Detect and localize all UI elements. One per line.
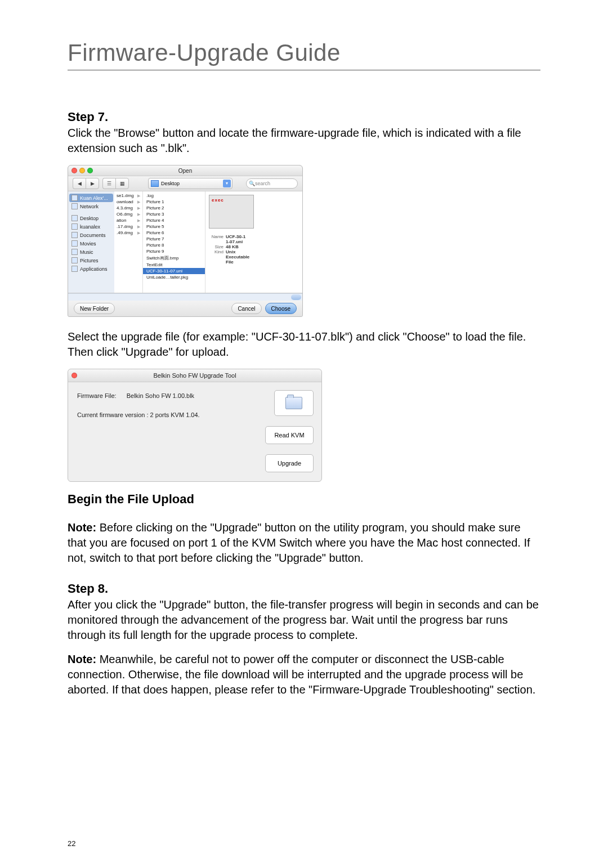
sidebar-item-label: Pictures xyxy=(80,258,99,263)
fw-tool-title: Belkin Soho FW Upgrade Tool xyxy=(68,372,321,379)
list-item[interactable]: Picture 9 xyxy=(143,248,205,254)
fw-upgrade-tool: Belkin Soho FW Upgrade Tool Firmware Fil… xyxy=(68,369,322,482)
sidebar-item[interactable]: Network xyxy=(69,202,113,211)
list-item[interactable]: Picture 1 xyxy=(143,199,205,205)
home-icon xyxy=(71,223,78,230)
step-7-heading: Step 7. xyxy=(68,110,540,124)
open-dialog: Open ◀ ▶ ☰ ▦ Desktop ▾ 🔍 search Kuan Ale… xyxy=(68,165,303,317)
exec-badge: exec xyxy=(212,198,224,203)
upgrade-button[interactable]: Upgrade xyxy=(265,454,314,472)
step-8-heading: Step 8. xyxy=(68,581,540,596)
sidebar-item-label: Documents xyxy=(80,232,106,238)
info-name-value-1: UCF-30-1 xyxy=(226,234,245,239)
list-item[interactable]: se1.dmg▶ xyxy=(114,193,142,199)
list-item[interactable]: Picture 3 xyxy=(143,211,205,217)
list-item[interactable]: .log xyxy=(143,193,205,199)
list-item[interactable]: Picture 4 xyxy=(143,217,205,223)
music-icon xyxy=(71,249,78,255)
sidebar-item-label: Kuan Alex'... xyxy=(80,195,108,201)
desktop-icon xyxy=(151,180,159,187)
current-firmware-version: Current firmware version : 2 ports KVM 1… xyxy=(77,411,248,418)
list-item[interactable]: ation▶ xyxy=(114,217,142,223)
sidebar-item[interactable]: Desktop xyxy=(69,214,113,222)
firmware-file-value: Belkin Soho FW 1.00.blk xyxy=(127,392,194,399)
sidebar-item-label: Applications xyxy=(80,266,108,272)
list-item[interactable]: Switch画面.bmp xyxy=(143,254,205,262)
list-item[interactable]: UCF-30-11-07.uni xyxy=(143,268,205,274)
info-size-key: Size xyxy=(209,244,223,249)
list-item[interactable]: .17.dmg▶ xyxy=(114,223,142,230)
list-item[interactable]: Picture 7 xyxy=(143,236,205,242)
open-dialog-sidebar: Kuan Alex'...NetworkDesktopkuanalexDocum… xyxy=(68,191,114,293)
page-number: 22 xyxy=(68,839,75,848)
begin-upload-heading: Begin the File Upload xyxy=(68,492,540,507)
list-item[interactable]: TextEdit xyxy=(143,262,205,268)
horizontal-scrollbar[interactable] xyxy=(68,293,302,301)
movies-icon xyxy=(71,240,78,247)
list-item[interactable]: .49.dmg▶ xyxy=(114,230,142,236)
nav-back-button[interactable]: ◀ xyxy=(73,178,86,189)
step-8-note: Note: Meanwhile, be careful not to power… xyxy=(68,652,540,697)
file-preview-panel: exec NameUCF-30-1 1-07.uni Size48 KB Kin… xyxy=(205,191,302,293)
info-name-value-2: 1-07.uni xyxy=(226,239,243,244)
info-name-key: Name xyxy=(209,234,223,239)
list-item[interactable]: Picture 2 xyxy=(143,205,205,211)
sidebar-item[interactable]: Pictures xyxy=(69,256,113,265)
sidebar-item[interactable]: Documents xyxy=(69,231,113,239)
search-input[interactable]: 🔍 search xyxy=(246,178,298,189)
firmware-file-label: Firmware File: xyxy=(77,392,117,399)
list-item[interactable]: 4.3.dmg▶ xyxy=(114,205,142,211)
view-list-button[interactable]: ☰ xyxy=(102,178,115,189)
list-item[interactable]: Picture 5 xyxy=(143,223,205,230)
info-kind-key: Kind xyxy=(209,249,223,254)
location-popup[interactable]: Desktop ▾ xyxy=(148,178,233,189)
note-text: Meanwhile, be careful not to power off t… xyxy=(68,653,535,696)
sidebar-item[interactable]: Music xyxy=(69,248,113,256)
list-item[interactable]: ownload▶ xyxy=(114,199,142,205)
read-kvm-button[interactable]: Read KVM xyxy=(265,426,314,444)
network-icon xyxy=(71,203,78,209)
sidebar-item-label: Desktop xyxy=(80,216,99,221)
sidebar-item[interactable]: Kuan Alex'... xyxy=(69,194,113,202)
new-folder-button[interactable]: New Folder xyxy=(74,303,115,314)
info-kind-value-2: Executable xyxy=(226,254,249,259)
browser-column-1[interactable]: se1.dmg▶ownload▶4.3.dmg▶O6.dmg▶ation▶.17… xyxy=(114,191,143,293)
place-icon xyxy=(71,215,78,221)
begin-upload-note: Note: Before clicking on the "Upgrade" b… xyxy=(68,520,540,566)
sidebar-item-label: Network xyxy=(80,204,99,209)
step-8-para: After you click the "Upgrade" button, th… xyxy=(68,597,540,643)
list-item[interactable]: UniLoade…taller.pkg xyxy=(143,274,205,280)
info-kind-value-3: File xyxy=(226,259,234,265)
sidebar-item-label: Movies xyxy=(80,241,96,247)
step-7-para-1: Click the "Browse" button and locate the… xyxy=(68,126,540,156)
info-kind-value-1: Unix xyxy=(226,249,235,254)
sidebar-item[interactable]: kuanalex xyxy=(69,222,113,231)
sidebar-item[interactable]: Movies xyxy=(69,239,113,248)
nav-forward-button[interactable]: ▶ xyxy=(86,178,99,189)
list-item[interactable]: O6.dmg▶ xyxy=(114,211,142,217)
list-item[interactable]: Picture 6 xyxy=(143,230,205,236)
open-dialog-title: Open xyxy=(68,168,302,174)
note-text: Before clicking on the "Upgrade" button … xyxy=(68,521,530,564)
note-label: Note: xyxy=(68,653,96,665)
docs-icon xyxy=(71,232,78,238)
page-title: Firmware-Upgrade Guide xyxy=(68,39,540,70)
browse-button[interactable] xyxy=(274,390,314,416)
sidebar-item-label: Music xyxy=(80,249,93,255)
location-label: Desktop xyxy=(161,181,180,186)
search-icon: 🔍 xyxy=(249,181,255,186)
step-7-para-2: Select the upgrade file (for example: "U… xyxy=(68,329,540,360)
sidebar-item[interactable]: Applications xyxy=(69,265,113,273)
apps-icon xyxy=(71,266,78,272)
pictures-icon xyxy=(71,257,78,263)
preview-thumbnail: exec xyxy=(209,195,254,229)
info-size-value: 48 KB xyxy=(226,244,239,249)
choose-button[interactable]: Choose xyxy=(265,303,297,314)
cancel-button[interactable]: Cancel xyxy=(231,303,261,314)
view-column-button[interactable]: ▦ xyxy=(115,178,129,189)
list-item[interactable]: Picture 8 xyxy=(143,242,205,248)
search-placeholder: search xyxy=(255,181,270,186)
note-label: Note: xyxy=(68,521,96,534)
sidebar-item-label: kuanalex xyxy=(80,224,100,230)
browser-column-2[interactable]: .logPicture 1Picture 2Picture 3Picture 4… xyxy=(143,191,205,293)
